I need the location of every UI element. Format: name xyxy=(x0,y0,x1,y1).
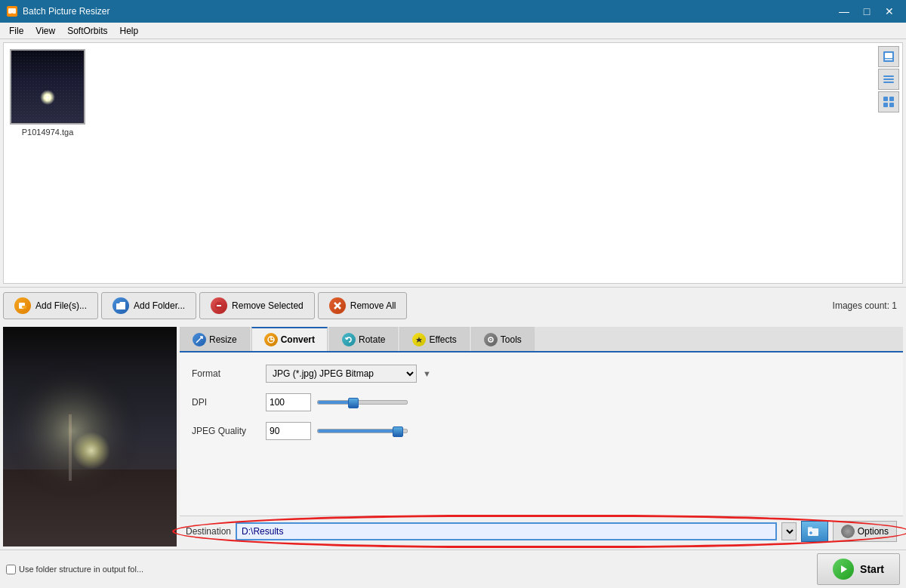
dpi-input[interactable] xyxy=(266,393,311,411)
tab-effects-label: Effects xyxy=(429,334,456,345)
svg-rect-9 xyxy=(883,79,894,80)
folder-structure-checkbox-label[interactable]: Use folder structure in output fol... xyxy=(6,565,143,574)
add-folder-label: Add Folder... xyxy=(134,300,185,311)
rotate-tab-icon xyxy=(342,333,356,346)
side-toolbar xyxy=(878,46,899,112)
jpeg-slider-fill xyxy=(318,429,398,433)
view-grid-icon[interactable] xyxy=(878,91,899,112)
maximize-button[interactable]: □ xyxy=(856,1,877,22)
remove-selected-button[interactable]: Remove Selected xyxy=(199,292,315,319)
dpi-slider-container xyxy=(317,400,408,405)
menu-softorbits[interactable]: SoftOrbits xyxy=(61,24,113,38)
tab-effects[interactable]: Effects xyxy=(399,327,469,351)
bottom-section: Resize Convert xyxy=(0,324,906,550)
svg-rect-28 xyxy=(808,527,812,529)
destination-dropdown[interactable]: ▼ xyxy=(781,522,797,540)
options-button[interactable]: Options xyxy=(833,521,897,542)
thumb-scene xyxy=(11,51,84,123)
svg-rect-10 xyxy=(883,82,894,83)
options-label: Options xyxy=(858,526,889,537)
svg-rect-12 xyxy=(889,97,894,101)
app-title: Batch Picture Resizer xyxy=(23,6,834,17)
destination-browse-button[interactable] xyxy=(801,521,828,542)
tab-resize[interactable]: Resize xyxy=(180,327,250,351)
settings-panel: Resize Convert xyxy=(180,327,903,546)
view-large-icon[interactable] xyxy=(878,46,899,67)
svg-rect-6 xyxy=(885,53,892,58)
add-files-button[interactable]: + Add File(s)... xyxy=(3,292,98,319)
menu-view[interactable]: View xyxy=(29,24,61,38)
preview-image xyxy=(3,327,177,546)
tabs: Resize Convert xyxy=(180,327,903,352)
minimize-button[interactable]: — xyxy=(834,1,855,22)
add-folder-button[interactable]: Add Folder... xyxy=(101,292,196,319)
menu-help[interactable]: Help xyxy=(114,24,145,38)
start-label: Start xyxy=(860,563,884,575)
remove-selected-label: Remove Selected xyxy=(232,300,304,311)
svg-rect-27 xyxy=(808,528,818,536)
jpeg-quality-input[interactable] xyxy=(266,422,311,440)
footer: Use folder structure in output fol... St… xyxy=(0,550,906,588)
destination-bar: Destination ▼ Options xyxy=(180,516,903,546)
main-toolbar: + Add File(s)... Add Folder... Remove Se… xyxy=(0,287,906,324)
dpi-slider-track[interactable] xyxy=(317,400,408,405)
tools-tab-icon xyxy=(484,333,498,346)
window-controls: — □ ✕ xyxy=(834,1,900,22)
destination-input[interactable] xyxy=(236,522,777,540)
format-select[interactable]: JPG (*.jpg) JPEG BitmapPNG (*.png)BMP (*… xyxy=(266,365,417,383)
menubar: File View SoftOrbits Help xyxy=(0,23,906,39)
add-files-label: Add File(s)... xyxy=(35,300,87,311)
add-folder-icon xyxy=(112,297,129,314)
format-row: Format JPG (*.jpg) JPEG BitmapPNG (*.png… xyxy=(192,365,891,383)
remove-all-label: Remove All xyxy=(350,300,396,311)
remove-all-icon xyxy=(329,297,346,314)
tab-tools[interactable]: Tools xyxy=(471,327,535,351)
app-icon xyxy=(6,5,18,17)
dpi-slider-thumb[interactable] xyxy=(348,398,359,408)
start-button[interactable]: Start xyxy=(817,553,900,585)
jpeg-quality-label: JPEG Quality xyxy=(192,426,260,436)
jpeg-slider-thumb[interactable] xyxy=(393,426,403,437)
titlebar: Batch Picture Resizer — □ ✕ xyxy=(0,0,906,23)
start-icon xyxy=(833,559,854,580)
thumbnail-label: P1014974.tga xyxy=(10,128,85,137)
dpi-label: DPI xyxy=(192,397,260,408)
main-container: P1014974.tga xyxy=(0,39,906,588)
convert-tab-content: Format JPG (*.jpg) JPEG BitmapPNG (*.png… xyxy=(180,352,903,516)
view-list-icon[interactable] xyxy=(878,69,899,90)
add-files-icon: + xyxy=(14,297,31,314)
svg-point-26 xyxy=(490,339,492,340)
format-dropdown-arrow: ▼ xyxy=(423,369,431,378)
tab-tools-label: Tools xyxy=(501,334,522,345)
thumbnail-item[interactable]: P1014974.tga xyxy=(4,43,91,143)
jpeg-slider-track[interactable] xyxy=(317,429,408,433)
dpi-row: DPI xyxy=(192,393,891,411)
folder-structure-label: Use folder structure in output fol... xyxy=(19,565,143,574)
remove-selected-icon xyxy=(211,297,227,314)
format-label: Format xyxy=(192,368,260,379)
resize-tab-icon xyxy=(193,333,206,346)
svg-marker-31 xyxy=(841,565,847,573)
svg-rect-4 xyxy=(11,51,85,125)
svg-rect-8 xyxy=(883,75,894,77)
jpeg-quality-row: JPEG Quality xyxy=(192,422,891,440)
remove-all-button[interactable]: Remove All xyxy=(318,292,408,319)
tab-rotate-label: Rotate xyxy=(359,334,385,345)
folder-structure-checkbox[interactable] xyxy=(6,565,16,574)
tab-rotate[interactable]: Rotate xyxy=(329,327,398,351)
svg-rect-14 xyxy=(889,103,894,107)
destination-label: Destination xyxy=(186,526,231,537)
convert-tab-icon xyxy=(264,333,278,346)
svg-marker-24 xyxy=(416,337,422,343)
tab-convert[interactable]: Convert xyxy=(251,327,328,351)
close-button[interactable]: ✕ xyxy=(879,1,900,22)
thumbnail-image xyxy=(10,49,85,125)
menu-file[interactable]: File xyxy=(3,24,29,38)
tab-convert-label: Convert xyxy=(281,334,315,345)
options-gear-icon xyxy=(841,525,855,538)
svg-rect-11 xyxy=(883,97,888,101)
jpeg-slider-container xyxy=(317,429,408,433)
svg-rect-22 xyxy=(3,327,177,500)
svg-text:+: + xyxy=(21,306,24,310)
svg-rect-1 xyxy=(8,8,16,14)
